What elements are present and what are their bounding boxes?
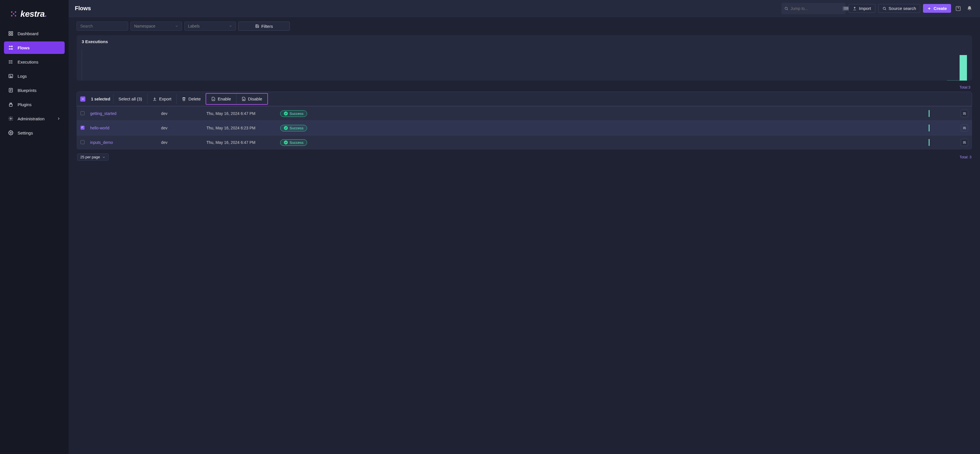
svg-rect-1 xyxy=(11,11,13,13)
sidebar-item-label: Administration xyxy=(18,116,45,121)
export-button[interactable]: Export xyxy=(147,94,177,104)
svg-point-10 xyxy=(9,49,10,49)
flow-date: Thu, May 16, 2024 6:23 PM xyxy=(207,126,280,130)
sidebar: kestra. Dashboard Flows Executions Logs … xyxy=(0,0,68,454)
sidebar-item-label: Dashboard xyxy=(18,31,38,36)
flow-date: Thu, May 16, 2024 6:47 PM xyxy=(207,111,280,116)
svg-point-15 xyxy=(9,63,10,64)
filters-row: Namespace Labels Filters xyxy=(76,22,972,31)
create-button[interactable]: Create xyxy=(923,4,951,13)
table-row: hello-world dev Thu, May 16, 2024 6:23 P… xyxy=(76,121,972,135)
svg-rect-8 xyxy=(11,34,13,35)
check-circle-icon xyxy=(284,112,288,115)
sidebar-item-label: Executions xyxy=(18,60,38,64)
plus-icon xyxy=(927,6,931,11)
chevron-down-icon xyxy=(175,24,178,28)
sidebar-item-flows[interactable]: Flows xyxy=(4,41,65,54)
row-checkbox[interactable] xyxy=(81,111,84,115)
svg-point-18 xyxy=(10,118,12,119)
row-menu-button[interactable] xyxy=(961,110,968,117)
disable-button[interactable]: Disable xyxy=(236,94,267,104)
svg-point-20 xyxy=(785,7,787,10)
svg-point-21 xyxy=(883,7,885,10)
page-size-select[interactable]: 25 per page xyxy=(77,153,108,161)
row-menu-button[interactable] xyxy=(961,139,968,146)
filters-button[interactable]: Filters xyxy=(238,22,290,31)
table-row: getting_started dev Thu, May 16, 2024 6:… xyxy=(76,106,972,121)
row-checkbox[interactable] xyxy=(81,140,84,144)
sidebar-item-plugins[interactable]: Plugins xyxy=(4,98,65,111)
svg-rect-7 xyxy=(9,34,10,35)
admin-icon xyxy=(8,116,14,121)
flow-name-link[interactable]: hello-world xyxy=(90,126,161,130)
blueprints-icon xyxy=(8,88,14,93)
labels-select[interactable]: Labels xyxy=(184,22,236,31)
file-x-icon xyxy=(242,97,246,101)
svg-point-14 xyxy=(9,62,10,62)
flow-namespace: dev xyxy=(161,140,207,145)
flow-name-link[interactable]: inputs_demo xyxy=(90,140,161,145)
trash-icon xyxy=(182,97,186,101)
delete-button[interactable]: Delete xyxy=(177,94,205,104)
svg-rect-0 xyxy=(14,11,16,13)
bulk-checkbox[interactable] xyxy=(80,97,85,102)
chart-bar xyxy=(959,55,967,81)
flow-name-link[interactable]: getting_started xyxy=(90,111,161,116)
sidebar-item-label: Logs xyxy=(18,74,27,79)
row-sparkline xyxy=(382,110,957,117)
row-menu-button[interactable] xyxy=(961,124,968,132)
bulk-action-bar: 1 selected Select all (3) Export Delete … xyxy=(76,92,972,106)
flow-namespace: dev xyxy=(161,126,207,130)
svg-rect-2 xyxy=(13,13,15,15)
search-icon xyxy=(883,6,886,11)
notifications-button[interactable] xyxy=(965,4,974,13)
help-button[interactable] xyxy=(954,4,963,13)
search-icon xyxy=(784,6,788,11)
check-circle-icon xyxy=(284,140,288,145)
svg-point-9 xyxy=(9,46,10,47)
flow-namespace: dev xyxy=(161,111,207,116)
table-row: inputs_demo dev Thu, May 16, 2024 6:47 P… xyxy=(76,135,972,150)
source-search-button[interactable]: Source search xyxy=(878,4,920,13)
sidebar-item-administration[interactable]: Administration xyxy=(4,112,65,125)
executions-icon xyxy=(8,59,14,65)
flows-icon xyxy=(8,45,14,51)
pager-row: 25 per page Total: 3 xyxy=(76,150,972,164)
chevron-down-icon xyxy=(102,156,105,159)
chevron-right-icon xyxy=(57,116,61,121)
sidebar-item-executions[interactable]: Executions xyxy=(4,56,65,68)
chevron-down-icon xyxy=(229,24,232,28)
sidebar-item-label: Settings xyxy=(18,131,33,135)
sidebar-nav: Dashboard Flows Executions Logs Blueprin… xyxy=(0,27,68,139)
dashboard-icon xyxy=(8,31,14,36)
jump-input[interactable] xyxy=(791,6,840,11)
sidebar-item-dashboard[interactable]: Dashboard xyxy=(4,27,65,40)
sidebar-item-settings[interactable]: Settings xyxy=(4,127,65,139)
total-bottom: Total: 3 xyxy=(959,155,972,159)
namespace-select[interactable]: Namespace xyxy=(130,22,182,31)
executions-panel: 3 Executions xyxy=(76,35,972,81)
sidebar-item-label: Plugins xyxy=(18,102,32,107)
file-check-icon xyxy=(211,97,215,101)
logs-icon xyxy=(8,73,14,79)
row-sparkline xyxy=(382,124,957,131)
executions-title: 3 Executions xyxy=(82,39,967,44)
selected-count: 1 selected xyxy=(88,97,113,101)
enable-button[interactable]: Enable xyxy=(206,94,236,104)
search-input[interactable] xyxy=(76,22,128,31)
import-button[interactable]: Import xyxy=(848,4,875,13)
flows-table: getting_started dev Thu, May 16, 2024 6:… xyxy=(76,106,972,150)
sidebar-item-logs[interactable]: Logs xyxy=(4,70,65,82)
download-icon xyxy=(153,97,157,101)
select-all-button[interactable]: Select all (3) xyxy=(113,94,147,104)
svg-point-13 xyxy=(9,61,10,61)
svg-rect-11 xyxy=(11,46,13,47)
sidebar-item-blueprints[interactable]: Blueprints xyxy=(4,84,65,97)
settings-icon xyxy=(8,130,14,135)
row-checkbox[interactable] xyxy=(81,126,84,130)
check-circle-icon xyxy=(284,126,288,130)
jump-to[interactable]: ⌨ Ctrl/Cmd + K xyxy=(781,3,846,14)
brand-icon xyxy=(10,10,18,18)
brand-logo[interactable]: kestra. xyxy=(0,6,68,27)
plugins-icon xyxy=(8,102,14,107)
